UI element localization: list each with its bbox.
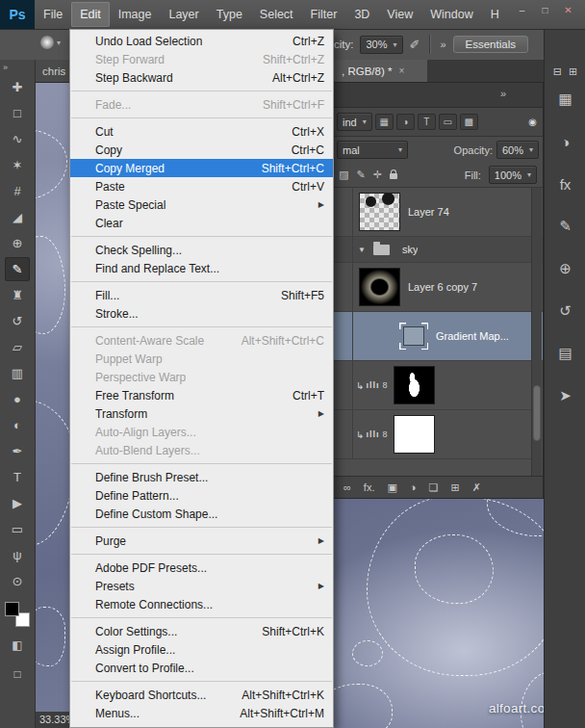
layer-name[interactable]: Layer 74 [408, 206, 449, 218]
tool-clone-stamp[interactable]: ♜ [5, 283, 30, 307]
menubar-item-image[interactable]: Image [110, 2, 161, 27]
menu-item-auto-blend-layers[interactable]: Auto-Blend Layers... [70, 441, 333, 459]
menu-item-remote-connections[interactable]: Remote Connections... [70, 595, 333, 613]
menu-item-menus[interactable]: Menus...Alt+Shift+Ctrl+M [70, 704, 333, 722]
quick-mask-button[interactable]: ◧ [5, 635, 30, 656]
menu-item-fill[interactable]: Fill...Shift+F5 [70, 286, 333, 304]
visibility-eye-toggle[interactable] [333, 410, 353, 458]
tool-hand[interactable]: ψ [5, 543, 30, 567]
menu-item-preferences[interactable]: Preferences▶ [70, 722, 333, 728]
menu-item-perspective-warp[interactable]: Perspective Warp [70, 368, 333, 386]
panel-channels-icon[interactable]: ▤ [545, 332, 585, 375]
group-disclosure-icon[interactable]: ▼ [358, 246, 366, 254]
tool-crop[interactable]: # [5, 179, 30, 203]
lock-pixels-icon[interactable]: ✎ [356, 169, 365, 181]
menu-item-paste-special[interactable]: Paste Special▶ [70, 195, 333, 214]
menu-item-convert-to-profile[interactable]: Convert to Profile... [70, 659, 333, 677]
menubar-item-window[interactable]: Window [421, 2, 481, 27]
screen-mode-button[interactable]: □ [5, 663, 30, 685]
menubar-item-3d[interactable]: 3D [345, 2, 378, 27]
blend-mode-select[interactable]: mal ▾ [337, 141, 408, 159]
filter-pixel-layers-button[interactable]: ▦ [375, 114, 394, 130]
airbrush-icon[interactable]: ✐ [410, 38, 420, 52]
tab-close-icon[interactable]: × [398, 65, 404, 76]
tool-blur[interactable]: ● [5, 387, 30, 411]
visibility-eye-toggle[interactable] [333, 188, 353, 236]
layer-row-sky[interactable]: ▼sky [333, 237, 543, 263]
menu-item-define-custom-shape[interactable]: Define Custom Shape... [70, 505, 333, 523]
menu-item-transform[interactable]: Transform▶ [70, 404, 333, 423]
menu-item-find-and-replace-text[interactable]: Find and Replace Text... [70, 259, 333, 277]
layer-thumbnail[interactable] [394, 415, 435, 454]
menu-item-define-brush-preset[interactable]: Define Brush Preset... [70, 468, 333, 486]
menu-item-step-forward[interactable]: Step ForwardShift+Ctrl+Z [70, 50, 333, 68]
menu-item-cut[interactable]: CutCtrl+X [70, 122, 333, 141]
layer-thumbnail[interactable] [359, 268, 400, 306]
menu-item-keyboard-shortcuts[interactable]: Keyboard Shortcuts...Alt+Shift+Ctrl+K [70, 686, 333, 704]
brush-preset-picker[interactable]: ▾ [40, 36, 61, 49]
visibility-eye-toggle[interactable] [333, 361, 353, 409]
visibility-eye-toggle[interactable] [333, 312, 353, 360]
new-layer-icon[interactable]: ⊞ [450, 481, 459, 494]
add-layer-mask-icon[interactable]: ▣ [387, 481, 396, 494]
layer-row-item[interactable]: ↳ıllı8 [333, 410, 543, 459]
tool-gradient[interactable]: ▥ [5, 361, 30, 385]
layer-row-gradient-map[interactable]: Gradient Map... [333, 312, 543, 361]
layer-thumbnail[interactable] [394, 366, 435, 404]
panel-styles-icon[interactable]: fx [545, 163, 585, 205]
lock-transparency-icon[interactable]: ▨ [339, 169, 348, 181]
tool-zoom[interactable]: ⊙ [5, 569, 30, 593]
menu-item-color-settings[interactable]: Color Settings...Shift+Ctrl+K [70, 622, 333, 640]
menubar-item-select[interactable]: Select [251, 2, 302, 27]
menu-item-undo-load-selection[interactable]: Undo Load SelectionCtrl+Z [70, 32, 333, 50]
panel-adjustments-icon[interactable]: ◑ [545, 120, 585, 163]
layer-row-layer-6-copy-7[interactable]: Layer 6 copy 7 [333, 263, 543, 312]
panel-clone-source-icon[interactable]: ⊕ [545, 247, 585, 290]
panel-brush-icon[interactable]: ✎ [545, 205, 585, 247]
collapse-panel-icon[interactable]: » [0, 60, 8, 74]
layer-thumbnail-selected[interactable] [399, 323, 428, 350]
layer-fill-select[interactable]: 100% ▾ [489, 166, 537, 184]
menu-item-auto-align-layers[interactable]: Auto-Align Layers... [70, 423, 333, 441]
tool-move[interactable]: ✚ [5, 75, 30, 99]
menu-item-purge[interactable]: Purge▶ [70, 532, 333, 550]
menubar-item-filter[interactable]: Filter [302, 2, 346, 27]
menubar-item-h[interactable]: H [482, 2, 508, 27]
menu-item-adobe-pdf-presets[interactable]: Adobe PDF Presets... [70, 559, 333, 577]
menu-item-content-aware-scale[interactable]: Content-Aware ScaleAlt+Shift+Ctrl+C [70, 331, 333, 350]
layer-filter-toggle-icon[interactable]: ◉ [528, 117, 537, 127]
layer-opacity-select[interactable]: 60% ▾ [496, 141, 539, 159]
mask-link-icon[interactable]: 8 [382, 380, 387, 390]
tool-shape[interactable]: ▭ [5, 517, 30, 541]
visibility-eye-toggle[interactable] [333, 263, 353, 311]
delete-layer-icon[interactable]: ✗ [472, 481, 481, 494]
document-tab-active[interactable]: , RGB/8) * × [334, 60, 427, 82]
foreground-color-swatch[interactable] [5, 602, 19, 616]
menubar-item-view[interactable]: View [378, 2, 421, 27]
workspace-chevrons-icon[interactable]: » [440, 39, 445, 50]
tool-path-selection[interactable]: ▶ [5, 491, 30, 515]
menu-item-stroke[interactable]: Stroke... [70, 304, 333, 323]
menu-item-puppet-warp[interactable]: Puppet Warp [70, 350, 333, 368]
menu-item-paste[interactable]: PasteCtrl+V [70, 177, 333, 195]
tool-opacity-select[interactable]: 30% ▾ [360, 36, 402, 54]
filter-adjustment-layers-button[interactable]: ◑ [396, 114, 415, 130]
layer-name[interactable]: Gradient Map... [436, 330, 509, 342]
maximize-button[interactable]: □ [538, 5, 552, 15]
tool-lasso[interactable]: ∿ [5, 127, 30, 151]
panel-history-icon[interactable]: ↺ [545, 290, 585, 332]
menubar-item-edit[interactable]: Edit [71, 2, 110, 27]
tool-dodge[interactable]: ◐ [5, 413, 30, 437]
layer-name[interactable]: sky [402, 244, 419, 255]
menu-item-define-pattern[interactable]: Define Pattern... [70, 486, 333, 505]
new-group-icon[interactable]: ❏ [429, 481, 439, 494]
tool-rectangular-marquee[interactable]: □ [5, 101, 30, 125]
dock-expand-icon[interactable]: ⊞ [569, 65, 577, 78]
menu-item-free-transform[interactable]: Free TransformCtrl+T [70, 386, 333, 404]
tool-healing-brush[interactable]: ⊕ [5, 231, 30, 255]
dock-collapse-icon[interactable]: ⊟ [553, 65, 562, 78]
tool-magic-wand[interactable]: ✶ [5, 153, 30, 177]
menu-item-copy-merged[interactable]: Copy MergedShift+Ctrl+C [70, 159, 333, 177]
layer-effects-icon[interactable]: fx. [364, 481, 375, 493]
tool-eraser[interactable]: ▱ [5, 335, 30, 359]
